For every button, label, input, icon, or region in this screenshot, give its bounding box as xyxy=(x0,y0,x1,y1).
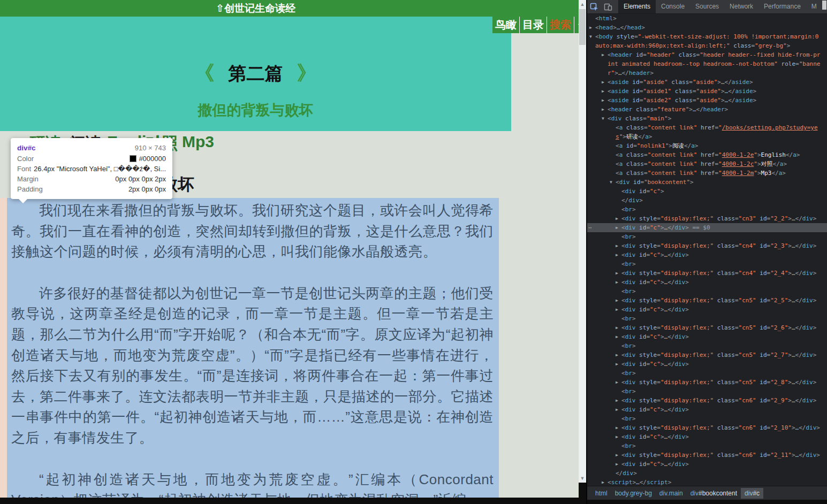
collapse-arrow-icon[interactable]: ▼ xyxy=(610,178,612,187)
scrollbar-up-icon[interactable]: ▲ xyxy=(579,1,586,8)
devtools-tree-row[interactable]: ▶<div id="c">…</div> xyxy=(587,305,827,314)
next-chapter-icon[interactable]: 》 xyxy=(297,63,317,83)
devtools-tree-row[interactable]: ▶<div id="c">…</div> xyxy=(587,432,827,441)
devtools-tree-row[interactable]: ▶<aside id="aside1" class="aside">…</asi… xyxy=(587,87,827,96)
devtools-tree-row[interactable]: <br> xyxy=(587,414,827,423)
devtools-tree-row[interactable]: <br> xyxy=(587,441,827,450)
expand-arrow-icon[interactable]: ▶ xyxy=(602,78,604,87)
nav-item-搜索[interactable]: 搜索 xyxy=(547,17,574,33)
expand-arrow-icon[interactable]: ▶ xyxy=(616,360,618,369)
devtools-tree-row[interactable]: ▶<div style="display:flex;" class="cn4" … xyxy=(587,241,827,250)
expand-arrow-icon[interactable]: ▶ xyxy=(616,378,618,387)
device-toolbar-icon[interactable] xyxy=(601,0,615,13)
devtools-tree-row[interactable]: <br> xyxy=(587,232,827,241)
devtools-tree-row[interactable]: ▶<aside id="aside2" class="aside">…</asi… xyxy=(587,96,827,105)
devtools-tree-row[interactable]: ▶<div style="display:flex;" class="cn3" … xyxy=(587,214,827,223)
breadcrumb-html[interactable]: html xyxy=(591,488,611,499)
row-options-dots-icon[interactable]: ⋯ xyxy=(588,223,592,232)
expand-arrow-icon[interactable]: ▶ xyxy=(616,241,618,250)
devtools-tree-row[interactable]: <br> xyxy=(587,259,827,269)
expand-arrow-icon[interactable]: ▶ xyxy=(616,396,618,405)
page-title[interactable]: ⇧创世记生命读经 xyxy=(0,0,511,17)
devtools-tree-row[interactable]: ▶<div id="c">…</div> xyxy=(587,460,827,469)
devtools-tab-m[interactable]: M xyxy=(806,0,822,13)
expand-arrow-icon[interactable]: ▶ xyxy=(602,50,604,59)
devtools-tree-row[interactable]: ▶<div id="c">…</div> xyxy=(587,278,827,287)
expand-arrow-icon[interactable]: ▶ xyxy=(616,460,618,469)
expand-arrow-icon[interactable]: ▶ xyxy=(616,450,618,460)
breadcrumb-body.grey-bg[interactable]: body.grey-bg xyxy=(611,488,656,499)
prev-chapter-icon[interactable]: 《 xyxy=(195,63,215,83)
nav-item-鸟瞰[interactable]: 鸟瞰 xyxy=(492,17,520,33)
expand-arrow-icon[interactable]: ▶ xyxy=(616,405,618,414)
devtools-tree-row[interactable]: <a id="nolink1">阅读</a> xyxy=(587,141,827,150)
devtools-tree-row[interactable]: </div> xyxy=(587,196,827,205)
devtools-tree-row[interactable]: <br> xyxy=(587,369,827,378)
devtools-tree-row[interactable]: ▼<div class="main"> xyxy=(587,114,827,123)
devtools-tree-row[interactable]: ▶<head>…</head> xyxy=(587,23,827,32)
devtools-tree-row[interactable]: ▶<div id="c">…</div> xyxy=(587,250,827,259)
expand-arrow-icon[interactable]: ▶ xyxy=(616,296,618,305)
devtools-tree-row[interactable]: ▶<div id="c">…</div> xyxy=(587,405,827,414)
format-link-Mp3[interactable]: Mp3 xyxy=(182,133,214,151)
devtools-tree-row[interactable]: ▶<div style="display:flex;" class="cn6" … xyxy=(587,396,827,405)
expand-arrow-icon[interactable]: ▶ xyxy=(602,96,604,105)
devtools-tree-row[interactable]: ▶<div style="display:flex;" class="cn5" … xyxy=(587,323,827,332)
devtools-tree-row[interactable]: <a class="content link" href="/books/set… xyxy=(587,123,827,141)
devtools-tab-sources[interactable]: Sources xyxy=(690,0,724,13)
expand-arrow-icon[interactable]: ▶ xyxy=(616,350,618,360)
expand-arrow-icon[interactable]: ▶ xyxy=(602,478,604,486)
expand-arrow-icon[interactable]: ▶ xyxy=(589,23,592,32)
expand-arrow-icon[interactable]: ▶ xyxy=(616,214,618,223)
devtools-tree-row[interactable]: ▶<div style="display:flex;" class="cn6" … xyxy=(587,423,827,432)
devtools-tree-row[interactable]: </div> xyxy=(587,469,827,478)
devtools-tree-row[interactable]: ▶<div style="display:flex;" class="cn6" … xyxy=(587,450,827,460)
article-text-block[interactable]: 我们现在来看撒但的背叛与败坏。我们研究这个题目，或许会叫人觉得希奇。我们一直在看… xyxy=(7,198,499,498)
expand-arrow-icon[interactable]: ▶ xyxy=(602,105,604,114)
expand-arrow-icon[interactable]: ▶ xyxy=(616,305,618,314)
devtools-tree-row[interactable]: <br> xyxy=(587,314,827,323)
breadcrumb-div#bookcontent[interactable]: div#bookcontent xyxy=(687,488,741,499)
devtools-tree-row[interactable]: ▶<div style="display:flex;" class="cn4" … xyxy=(587,269,827,278)
devtools-tree-row[interactable]: <div id="c"> xyxy=(587,187,827,196)
devtools-tree-row[interactable]: ▶<div id="c">…</div> xyxy=(587,332,827,341)
expand-arrow-icon[interactable]: ▶ xyxy=(616,223,618,232)
devtools-tab-console[interactable]: Console xyxy=(656,0,690,13)
devtools-tree-row[interactable]: <a class="content link" href="4000-1-2m"… xyxy=(587,169,827,178)
inspect-element-icon[interactable] xyxy=(587,0,601,13)
devtools-tree-row[interactable]: ▼<div id="bookcontent"> xyxy=(587,178,827,187)
collapse-arrow-icon[interactable]: ▼ xyxy=(589,32,592,41)
devtools-tree-row[interactable]: ▶<header class="feature">…</header> xyxy=(587,105,827,114)
breadcrumb-div.main[interactable]: div.main xyxy=(656,488,687,499)
devtools-tree-row[interactable]: <br> xyxy=(587,387,827,396)
expand-arrow-icon[interactable]: ▶ xyxy=(602,87,604,96)
devtools-tree-row[interactable]: <a class="content link" href="4000-1-2e"… xyxy=(587,150,827,159)
expand-arrow-icon[interactable]: ▶ xyxy=(616,250,618,259)
devtools-scrollbar-thumb[interactable] xyxy=(822,1,826,10)
expand-arrow-icon[interactable]: ▶ xyxy=(616,432,618,441)
expand-arrow-icon[interactable]: ▶ xyxy=(616,278,618,287)
devtools-tree-row[interactable]: ▶<div style="display:flex;" class="cn5" … xyxy=(587,296,827,305)
devtools-tree-row[interactable]: ▶⋯<div id="c">…</div> == $0 xyxy=(587,223,827,232)
expand-arrow-icon[interactable]: ▶ xyxy=(616,332,618,341)
home-button[interactable] xyxy=(574,17,579,33)
devtools-tree-row[interactable]: ▶<div id="c">…</div> xyxy=(587,360,827,369)
devtools-tree-row[interactable]: ▶<script>…</script> xyxy=(587,478,827,486)
devtools-tree-row[interactable]: ▶<aside id="aside" class="aside">…</asid… xyxy=(587,78,827,87)
devtools-tree-row[interactable]: <br> xyxy=(587,287,827,296)
page-scrollbar[interactable]: ▲ ▼ xyxy=(579,0,586,504)
scrollbar-thumb[interactable] xyxy=(579,9,586,45)
devtools-tree-row[interactable]: <br> xyxy=(587,341,827,350)
devtools-tree-row[interactable]: <html> xyxy=(587,14,827,23)
scrollbar-down-icon[interactable]: ▼ xyxy=(579,475,586,482)
collapse-arrow-icon[interactable]: ▼ xyxy=(602,114,604,123)
expand-arrow-icon[interactable]: ▶ xyxy=(616,323,618,332)
devtools-tree-row[interactable]: ▼<body style="-webkit-text-size-adjust: … xyxy=(587,32,827,50)
expand-arrow-icon[interactable]: ▶ xyxy=(616,423,618,432)
devtools-tab-network[interactable]: Network xyxy=(724,0,758,13)
devtools-tab-performance[interactable]: Performance xyxy=(758,0,806,13)
breadcrumb-div#c[interactable]: div#c xyxy=(741,488,763,499)
devtools-tree-row[interactable]: ▶<div style="display:flex;" class="cn5" … xyxy=(587,350,827,360)
devtools-tree-row[interactable]: ▶<div style="display:flex;" class="cn5" … xyxy=(587,378,827,387)
devtools-tree-row[interactable]: ▶<header id="header" class="header heade… xyxy=(587,50,827,78)
